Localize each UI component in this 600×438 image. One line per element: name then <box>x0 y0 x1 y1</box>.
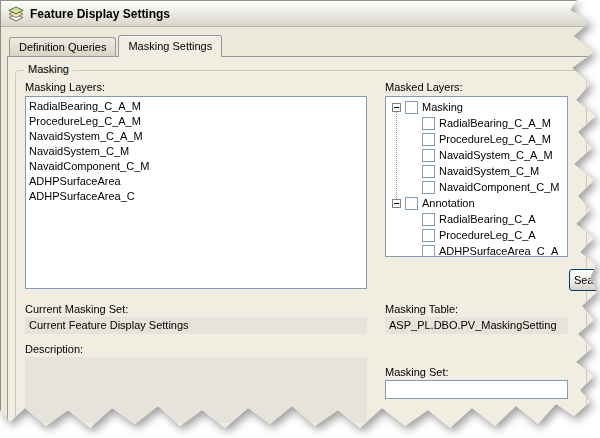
masking-table-value: ASP_PL.DBO.PV_MaskingSetting <box>385 317 568 334</box>
tree-node: NavaidSystem_C_M <box>389 163 567 179</box>
list-item[interactable]: NavaidSystem_C_M <box>29 144 366 159</box>
list-item[interactable]: NavaidSystem_C_A_M <box>29 129 366 144</box>
masked-layers-tree[interactable]: Masking RadialBearing_C_A_M ProcedureLeg… <box>385 96 568 257</box>
tree-node-label[interactable]: ProcedureLeg_C_A_M <box>439 133 551 145</box>
tree-node-label[interactable]: Annotation <box>422 197 475 209</box>
tree-node-label[interactable]: NavaidComponent_C_M <box>439 181 559 193</box>
masking-set-input[interactable] <box>385 380 568 399</box>
masking-layers-listbox[interactable]: RadialBearing_C_A_M ProcedureLeg_C_A_M N… <box>25 96 367 289</box>
masking-group-legend: Masking <box>24 63 73 75</box>
current-masking-set-value: Current Feature Display Settings <box>25 317 367 334</box>
checkbox[interactable] <box>422 133 435 146</box>
list-item[interactable]: ADHPSurfaceArea <box>29 174 366 189</box>
tree-node: NavaidComponent_C_M <box>389 179 567 195</box>
checkbox[interactable] <box>405 101 418 114</box>
list-item[interactable]: ADHPSurfaceArea_C <box>29 189 366 204</box>
list-item[interactable]: ProcedureLeg_C_A_M <box>29 114 366 129</box>
tree-node-masking: Masking <box>389 99 567 115</box>
layers-icon <box>8 6 24 22</box>
tree-node: RadialBearing_C_A_M <box>389 115 567 131</box>
checkbox[interactable] <box>422 181 435 194</box>
description-box <box>25 357 367 423</box>
masking-set-label: Masking Set: <box>385 366 449 378</box>
tab-strip: Definition Queries Masking Settings <box>9 35 224 56</box>
feature-display-settings-dialog: Feature Display Settings Definition Quer… <box>0 0 598 436</box>
tree-node: ProcedureLeg_C_A <box>389 227 567 243</box>
current-masking-set-label: Current Masking Set: <box>25 303 128 315</box>
collapse-icon[interactable] <box>392 103 401 112</box>
checkbox[interactable] <box>422 149 435 162</box>
tree-node-label[interactable]: RadialBearing_C_A <box>439 213 536 225</box>
tree-node-label[interactable]: NavaidSystem_C_A_M <box>439 149 553 161</box>
search-button[interactable]: Sea <box>569 269 600 291</box>
tree-node-label[interactable]: Masking <box>422 101 463 113</box>
tree-node-label[interactable]: ADHPSurfaceArea_C_A <box>439 245 558 257</box>
tree-node: RadialBearing_C_A <box>389 211 567 227</box>
window-title: Feature Display Settings <box>30 7 170 21</box>
tree-node-label[interactable]: RadialBearing_C_A_M <box>439 117 551 129</box>
title-bar[interactable]: Feature Display Settings <box>1 1 597 27</box>
checkbox[interactable] <box>422 245 435 258</box>
tree-node-annotation: Annotation <box>389 195 567 211</box>
tree-node: NavaidSystem_C_A_M <box>389 147 567 163</box>
tab-definition-queries[interactable]: Definition Queries <box>9 37 116 56</box>
description-label: Description: <box>25 343 83 355</box>
tree-node-label[interactable]: NavaidSystem_C_M <box>439 165 539 177</box>
checkbox[interactable] <box>422 229 435 242</box>
tree-node-label[interactable]: ProcedureLeg_C_A <box>439 229 536 241</box>
collapse-icon[interactable] <box>392 199 401 208</box>
masked-layers-label: Masked Layers: <box>385 81 463 93</box>
tree-node: ADHPSurfaceArea_C_A <box>389 243 567 257</box>
checkbox[interactable] <box>422 117 435 130</box>
list-item[interactable]: RadialBearing_C_A_M <box>29 99 366 114</box>
tab-masking-settings[interactable]: Masking Settings <box>118 35 222 57</box>
masking-layers-label: Masking Layers: <box>25 81 105 93</box>
masking-table-label: Masking Table: <box>385 303 458 315</box>
tree-node: ProcedureLeg_C_A_M <box>389 131 567 147</box>
torn-screenshot-wrapper: Feature Display Settings Definition Quer… <box>0 0 598 436</box>
checkbox[interactable] <box>405 197 418 210</box>
checkbox[interactable] <box>422 213 435 226</box>
list-item[interactable]: NavaidComponent_C_M <box>29 159 366 174</box>
checkbox[interactable] <box>422 165 435 178</box>
